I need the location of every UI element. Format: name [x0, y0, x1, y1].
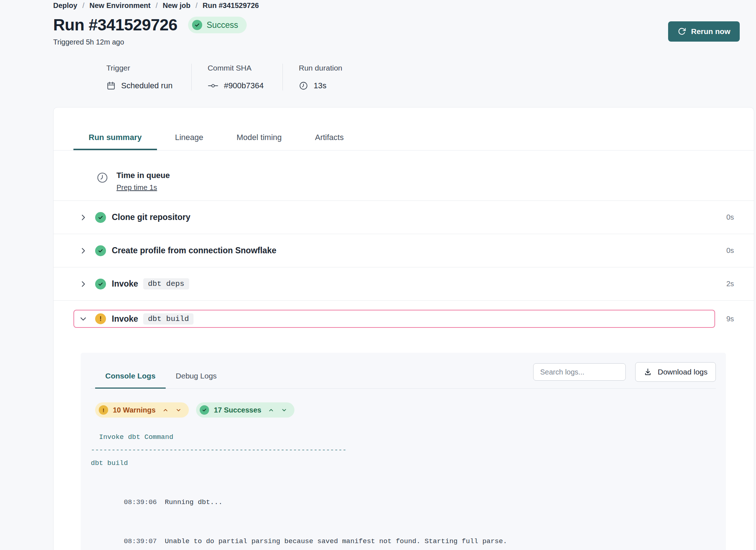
- step-name: Clone git repository: [112, 212, 190, 222]
- status-badge-label: Success: [207, 20, 238, 30]
- breadcrumb-separator: /: [82, 1, 85, 10]
- breadcrumb-separator: /: [156, 1, 158, 10]
- step-command-chip: dbt deps: [143, 278, 189, 289]
- rerun-now-label: Rerun now: [691, 27, 731, 36]
- meta-trigger: Trigger Scheduled run: [106, 64, 192, 90]
- meta-duration-value: 13s: [314, 81, 326, 90]
- tab-model-timing[interactable]: Model timing: [221, 133, 297, 150]
- caret-down-icon[interactable]: [175, 407, 182, 413]
- caret-up-icon[interactable]: [268, 407, 274, 413]
- successes-badge[interactable]: 17 Successes: [196, 402, 294, 418]
- tab-lineage[interactable]: Lineage: [160, 133, 218, 150]
- console-log-output: Invoke dbt Command ---------------------…: [91, 431, 706, 550]
- log-command-line: dbt build: [91, 457, 706, 470]
- success-check-icon: [95, 245, 106, 256]
- log-timestamp: 08:39:06: [124, 498, 157, 506]
- run-tabs: Run summary Lineage Model timing Artifac…: [54, 107, 754, 151]
- step-invoke-dbt-build-box[interactable]: ! Invoke dbt build: [73, 310, 715, 328]
- search-logs-input[interactable]: [533, 363, 626, 381]
- step-create-profile[interactable]: Create profile from connection Snowflake…: [54, 234, 754, 267]
- chevron-right-icon[interactable]: [79, 213, 87, 221]
- breadcrumb-environment[interactable]: New Environment: [89, 1, 150, 10]
- queue-title: Time in queue: [116, 171, 170, 180]
- step-name: Create profile from connection Snowflake: [112, 246, 276, 255]
- log-message: Running dbt...: [165, 498, 222, 506]
- step-name: Invoke: [112, 279, 138, 289]
- log-line: 08:39:06Running dbt...: [91, 483, 706, 522]
- rerun-now-button[interactable]: Rerun now: [668, 21, 740, 42]
- page-title: Run #341529726: [53, 16, 177, 34]
- tab-console-logs[interactable]: Console Logs: [95, 367, 166, 389]
- chevron-right-icon[interactable]: [79, 247, 87, 255]
- run-summary-card: Run summary Lineage Model timing Artifac…: [53, 107, 754, 550]
- commit-icon: [208, 82, 218, 90]
- breadcrumb-run: Run #341529726: [203, 1, 259, 10]
- warnings-badge-label: 10 Warnings: [113, 406, 156, 414]
- rerun-icon: [678, 27, 686, 36]
- caret-up-icon[interactable]: [162, 407, 169, 413]
- step-invoke-dbt-deps[interactable]: Invoke dbt deps 2s: [54, 267, 754, 301]
- log-separator-line: ----------------------------------------…: [91, 444, 706, 457]
- log-blank-line: [91, 470, 706, 483]
- caret-down-icon[interactable]: [281, 407, 287, 413]
- success-check-icon: [95, 279, 106, 289]
- breadcrumb-separator: /: [195, 1, 198, 10]
- meta-trigger-value: Scheduled run: [121, 81, 173, 90]
- step-duration: 0s: [726, 246, 734, 255]
- step-clone-git-repository[interactable]: Clone git repository 0s: [54, 201, 754, 234]
- warning-exclamation-icon: !: [99, 405, 108, 415]
- log-command-line: Invoke dbt Command: [91, 431, 706, 444]
- log-timestamp: 08:39:07: [124, 537, 157, 545]
- breadcrumb-job[interactable]: New job: [163, 1, 191, 10]
- meta-duration: Run duration 13s: [299, 64, 361, 90]
- page-header: Deploy / New Environment / New job / Run…: [0, 0, 756, 90]
- step-duration: 0s: [726, 213, 734, 221]
- step-command-chip: dbt build: [143, 313, 194, 325]
- warnings-badge[interactable]: ! 10 Warnings: [95, 402, 189, 418]
- download-logs-label: Download logs: [658, 368, 708, 376]
- prep-time-link[interactable]: Prep time 1s: [116, 183, 157, 192]
- meta-trigger-label: Trigger: [106, 64, 173, 72]
- meta-commit: Commit SHA #900b7364: [208, 64, 283, 90]
- tab-artifacts[interactable]: Artifacts: [300, 133, 359, 150]
- breadcrumb: Deploy / New Environment / New job / Run…: [53, 1, 740, 10]
- log-message: Unable to do partial parsing because sav…: [165, 537, 507, 545]
- status-badge: Success: [188, 17, 247, 33]
- meta-commit-label: Commit SHA: [208, 64, 264, 72]
- console-log-tabs: Console Logs Debug Logs: [95, 367, 227, 388]
- success-check-icon: [200, 405, 209, 415]
- chevron-down-icon[interactable]: [79, 315, 87, 323]
- triggered-timestamp: Triggered 5h 12m ago: [53, 38, 247, 46]
- download-logs-button[interactable]: Download logs: [635, 362, 716, 382]
- success-check-icon: [95, 212, 106, 223]
- warning-exclamation-icon: !: [95, 313, 106, 324]
- step-duration: 2s: [726, 280, 734, 288]
- chevron-right-icon[interactable]: [79, 280, 87, 288]
- meta-duration-label: Run duration: [299, 64, 342, 72]
- successes-badge-label: 17 Successes: [214, 406, 261, 414]
- run-meta: Trigger Scheduled run Commit SHA #900b73…: [106, 64, 740, 90]
- console-logs-panel: Console Logs Debug Logs Download logs ! …: [81, 353, 726, 550]
- clock-icon: [299, 81, 308, 90]
- step-duration: 9s: [721, 315, 734, 323]
- step-name: Invoke: [112, 314, 138, 324]
- breadcrumb-deploy[interactable]: Deploy: [53, 1, 77, 10]
- time-in-queue-section: Time in queue Prep time 1s: [54, 151, 754, 201]
- success-check-icon: [192, 20, 202, 30]
- download-icon: [644, 368, 652, 376]
- step-invoke-dbt-build[interactable]: ! Invoke dbt build 9s: [54, 301, 754, 337]
- tab-run-summary[interactable]: Run summary: [73, 133, 157, 150]
- calendar-icon: [106, 81, 116, 90]
- log-line: 08:39:07Unable to do partial parsing bec…: [91, 522, 706, 550]
- queue-clock-icon: [96, 172, 109, 192]
- meta-commit-value: #900b7364: [224, 81, 264, 90]
- tab-debug-logs[interactable]: Debug Logs: [166, 367, 227, 389]
